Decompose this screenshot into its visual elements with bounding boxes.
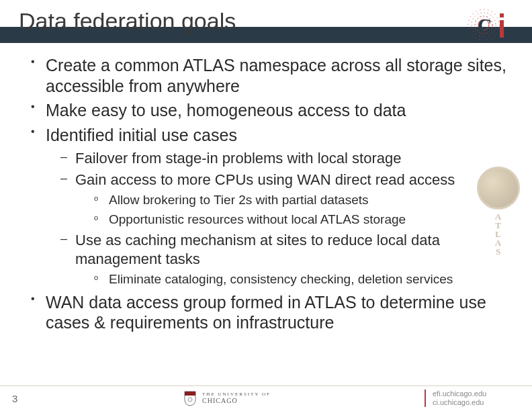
sub-sub-bullet-item: Allow brokering to Tier 2s with partial … [94, 192, 509, 209]
bullet-text: Use as caching mechanism at sites to red… [75, 232, 440, 267]
bullet-text: WAN data access group formed in ATLAS to… [46, 293, 486, 332]
bullet-text: Gain access to more CPUs using WAN direc… [75, 171, 455, 188]
bullet-item: Create a common ATLAS namespace across a… [30, 55, 509, 96]
slide-header: Data federation goals C [0, 0, 532, 46]
sub-sub-bullet-item: Opportunistic resources without local AT… [94, 212, 509, 228]
bullet-item: Identified initial use cases Failover fr… [30, 125, 509, 288]
sub-sub-bullet-list: Eliminate cataloging, consistency checki… [94, 271, 509, 288]
slide-content: Create a common ATLAS namespace across a… [0, 46, 532, 333]
bullet-text: Failover from stage-in problems with loc… [75, 150, 401, 167]
atlas-badge-icon: A T L A S [474, 167, 523, 254]
svg-rect-5 [500, 13, 504, 17]
sub-bullet-item: Failover from stage-in problems with loc… [60, 149, 509, 168]
bullet-text: Opportunistic resources without local AT… [109, 212, 406, 226]
uchicago-wordmark: THE UNIVERSITY OF CHICAGO [202, 392, 271, 405]
sub-sub-bullet-list: Allow brokering to Tier 2s with partial … [94, 192, 509, 228]
footer-url: efi.uchicago.edu [433, 390, 523, 398]
university-line2: CHICAGO [202, 397, 271, 404]
university-line1: THE UNIVERSITY OF [202, 392, 271, 398]
footer-url: ci.uchicago.edu [433, 398, 523, 407]
bullet-text: Make easy to use, homogeneous access to … [46, 101, 406, 120]
sub-bullet-item: Gain access to more CPUs using WAN direc… [60, 171, 509, 228]
bullet-text: Allow brokering to Tier 2s with partial … [109, 193, 369, 207]
bullet-list: Create a common ATLAS namespace across a… [30, 55, 509, 333]
footer-rule [0, 385, 532, 386]
footer-center: THE UNIVERSITY OF CHICAGO [30, 390, 425, 406]
footer-right: efi.uchicago.edu ci.uchicago.edu [425, 390, 532, 407]
bullet-item: WAN data access group formed in ATLAS to… [30, 292, 509, 333]
atlas-letters: A T L A S [474, 212, 523, 256]
sub-bullet-item: Use as caching mechanism at sites to red… [60, 231, 509, 288]
uchicago-shield-icon [183, 390, 197, 406]
bullet-text: Eliminate cataloging, consistency checki… [109, 272, 453, 286]
bullet-item: Make easy to use, homogeneous access to … [30, 100, 509, 121]
svg-text:C: C [478, 14, 492, 36]
bullet-text: Create a common ATLAS namespace across a… [46, 56, 506, 95]
atlas-letter: S [474, 247, 523, 256]
slide-title: Data federation goals [19, 8, 236, 32]
ci-logo-icon: C [463, 7, 513, 43]
atlas-globe-icon [477, 167, 520, 210]
slide-number: 3 [0, 393, 30, 404]
bullet-text: Identified initial use cases [46, 126, 237, 144]
slide: Data federation goals C Create a common … [0, 0, 532, 411]
sub-sub-bullet-item: Eliminate cataloging, consistency checki… [94, 271, 509, 288]
svg-rect-6 [500, 20, 504, 38]
slide-footer: 3 THE UNIVERSITY OF CHICAGO efi.uchicago… [0, 385, 532, 411]
sub-bullet-list: Failover from stage-in problems with loc… [60, 149, 509, 288]
